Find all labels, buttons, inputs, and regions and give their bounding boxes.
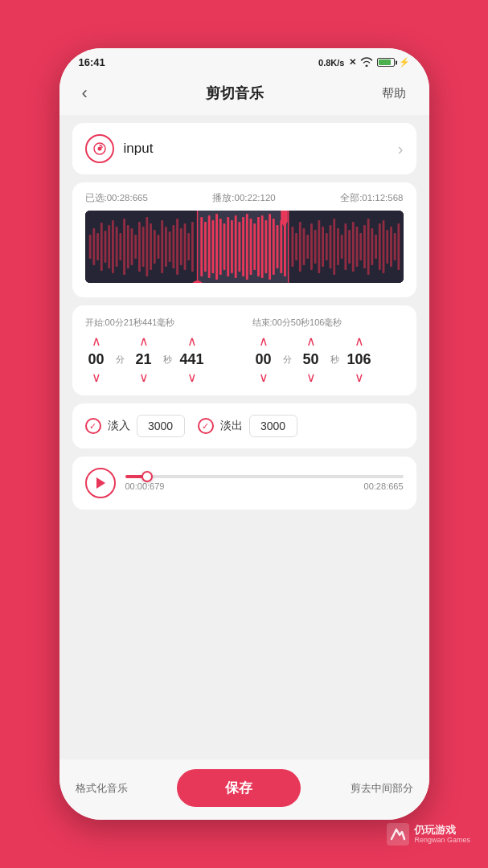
end-ms-down[interactable]: ∨ <box>355 371 364 384</box>
end-sec-down[interactable]: ∨ <box>306 371 316 384</box>
end-minutes-field: ∧ 00 ∨ <box>252 335 275 384</box>
svg-rect-57 <box>291 227 293 267</box>
help-button[interactable]: 帮助 <box>375 83 412 104</box>
svg-rect-61 <box>306 235 309 259</box>
svg-rect-84 <box>393 233 396 260</box>
waveform-container[interactable] <box>85 211 404 283</box>
end-min-down[interactable]: ∨ <box>259 371 269 384</box>
svg-rect-24 <box>157 235 159 259</box>
svg-rect-82 <box>386 230 388 264</box>
play-time: 播放:00:22:120 <box>212 192 275 204</box>
start-min-value: 00 <box>85 351 108 368</box>
svg-rect-10 <box>104 231 106 263</box>
svg-rect-67 <box>329 225 331 268</box>
current-time: 00:00:679 <box>125 481 165 491</box>
player-times: 00:00:679 00:28:665 <box>125 481 404 491</box>
watermark-text: 仍玩游戏 Rengwan Games <box>414 824 470 845</box>
save-button[interactable]: 保存 <box>177 769 301 807</box>
svg-rect-69 <box>337 228 339 265</box>
svg-rect-68 <box>333 219 335 275</box>
svg-rect-79 <box>375 235 377 259</box>
svg-rect-74 <box>355 227 358 267</box>
bolt-icon: ⚡ <box>399 57 410 68</box>
end-label: 结束:00分50秒106毫秒 <box>252 317 404 329</box>
svg-rect-40 <box>223 223 225 270</box>
svg-rect-53 <box>272 219 274 275</box>
svg-rect-63 <box>314 230 316 264</box>
music-icon <box>85 134 114 163</box>
player-slider-section: 00:00:679 00:28:665 <box>125 475 404 491</box>
time-editor-row: 开始:00分21秒441毫秒 ∧ 00 ∨ 分 ∧ 21 ∨ <box>85 317 404 384</box>
nav-bar: ‹ 剪切音乐 帮助 <box>59 73 429 115</box>
status-time: 16:41 <box>79 56 105 68</box>
start-controls: ∧ 00 ∨ 分 ∧ 21 ∨ 秒 ∧ 441 <box>85 335 236 384</box>
svg-rect-26 <box>165 227 167 267</box>
player-row: 00:00:679 00:28:665 <box>85 468 404 498</box>
end-sec-up[interactable]: ∧ <box>306 335 316 348</box>
svg-rect-52 <box>269 214 271 280</box>
start-min-up[interactable]: ∧ <box>92 335 101 348</box>
start-sec-up[interactable]: ∧ <box>139 335 149 348</box>
svg-rect-62 <box>310 223 313 270</box>
svg-rect-16 <box>126 225 129 268</box>
svg-rect-23 <box>153 230 155 264</box>
svg-rect-6 <box>88 235 91 259</box>
end-ms-value: 106 <box>347 351 371 368</box>
svg-rect-17 <box>130 228 133 265</box>
svg-rect-71 <box>344 223 347 270</box>
fade-out-check[interactable]: ✓ <box>198 418 214 434</box>
svg-rect-30 <box>179 228 182 265</box>
fade-out-input[interactable] <box>249 415 297 437</box>
start-min-down[interactable]: ∨ <box>92 371 101 384</box>
svg-rect-50 <box>260 215 263 278</box>
svg-rect-21 <box>146 217 148 276</box>
fade-in-input[interactable] <box>137 415 185 437</box>
svg-rect-60 <box>302 228 305 265</box>
waveform-card: 已选:00:28:665 播放:00:22:120 全部:01:12:568 <box>72 182 416 297</box>
slider-track[interactable] <box>125 475 404 478</box>
svg-rect-36 <box>207 215 210 278</box>
svg-rect-8 <box>96 233 99 260</box>
svg-rect-19 <box>138 222 141 272</box>
play-button[interactable] <box>85 468 116 498</box>
svg-rect-14 <box>119 233 121 260</box>
svg-point-1 <box>97 147 101 151</box>
svg-rect-85 <box>397 223 400 270</box>
svg-rect-42 <box>231 220 233 273</box>
battery-icon <box>377 58 395 67</box>
watermark-en: Rengwan Games <box>414 836 470 845</box>
cut-middle-button[interactable]: 剪去中间部分 <box>351 781 413 796</box>
fade-out-item: ✓ 淡出 <box>198 415 297 437</box>
end-min-up[interactable]: ∧ <box>259 335 269 348</box>
format-music-button[interactable]: 格式化音乐 <box>76 781 128 796</box>
start-ms-down[interactable]: ∨ <box>187 371 197 384</box>
time-editor-card: 开始:00分21秒441毫秒 ∧ 00 ∨ 分 ∧ 21 ∨ <box>72 305 416 395</box>
end-seconds-field: ∧ 50 ∨ <box>300 335 322 384</box>
network-speed: 0.8K/s <box>318 58 344 68</box>
sec-unit: 秒 <box>163 354 172 366</box>
start-sec-down[interactable]: ∨ <box>139 371 149 384</box>
file-left: input <box>85 134 154 163</box>
end-min-unit: 分 <box>283 354 292 366</box>
svg-rect-47 <box>249 219 252 275</box>
svg-rect-22 <box>150 223 152 270</box>
wifi-icon <box>360 57 373 68</box>
svg-rect-64 <box>318 220 320 273</box>
end-ms-up[interactable]: ∧ <box>355 335 364 348</box>
player-card: 00:00:679 00:28:665 <box>72 457 416 510</box>
fade-in-check[interactable]: ✓ <box>85 418 101 434</box>
fade-row: ✓ 淡入 ✓ 淡出 <box>85 415 404 437</box>
svg-rect-29 <box>176 219 178 275</box>
svg-rect-73 <box>351 222 354 272</box>
back-button[interactable]: ‹ <box>76 80 94 107</box>
start-ms-up[interactable]: ∧ <box>187 335 197 348</box>
slider-thumb[interactable] <box>141 471 153 482</box>
svg-rect-32 <box>187 233 190 260</box>
svg-rect-81 <box>382 220 384 273</box>
svg-rect-38 <box>215 214 218 280</box>
file-card[interactable]: input › <box>72 123 416 174</box>
status-bar: 16:41 0.8K/s ✕ ⚡ <box>59 48 429 73</box>
svg-rect-77 <box>367 219 369 275</box>
start-ms-field: ∧ 441 ∨ <box>180 335 204 384</box>
svg-rect-39 <box>219 219 221 275</box>
